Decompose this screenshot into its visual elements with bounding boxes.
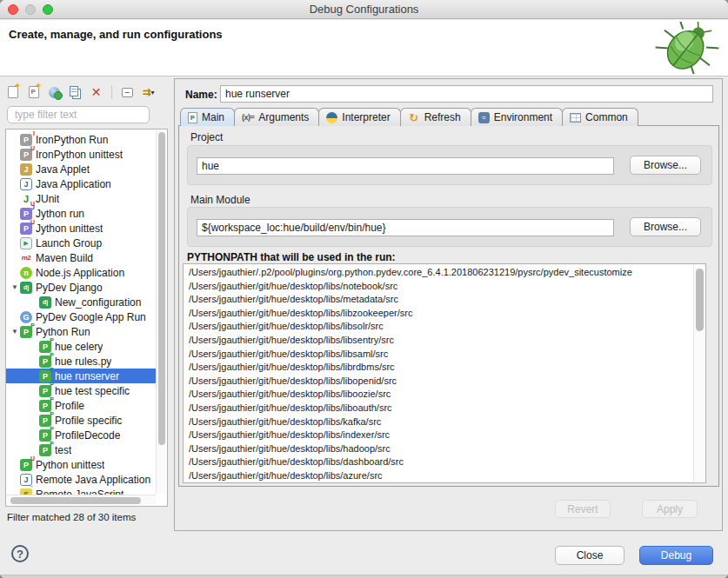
project-group-label: Project <box>190 131 223 143</box>
pythonpath-entry[interactable]: /Users/jgauthier/git/hue/desktop/libs/no… <box>184 280 692 294</box>
project-input[interactable] <box>197 157 614 175</box>
pythonpath-entry[interactable]: /Users/jgauthier/git/hue/desktop/libs/li… <box>184 375 692 389</box>
close-button[interactable]: Close <box>555 546 624 565</box>
tab-label: Environment <box>494 111 552 123</box>
new-prototype-icon[interactable] <box>26 85 41 100</box>
pythonpath-entry[interactable]: /Users/jgauthier/git/hue/desktop/libs/li… <box>184 334 692 348</box>
tree-item[interactable]: PyDev Google App Run <box>6 309 156 324</box>
tree-item[interactable]: Python unittest <box>6 457 156 472</box>
jython-unittest-icon <box>20 223 32 235</box>
junit-icon <box>20 193 32 205</box>
tree-item[interactable]: IronPython unittest <box>6 147 156 162</box>
pythonpath-vertical-scrollbar[interactable] <box>693 265 705 482</box>
tree-item[interactable]: hue celery <box>6 339 156 354</box>
tree-item-label: PyDev Google App Run <box>36 311 146 323</box>
pythonpath-entry[interactable]: /Users/jgauthier/git/hue/desktop/libs/az… <box>184 469 692 483</box>
configurations-tree[interactable]: IronPython RunIronPython unittestJava Ap… <box>5 129 168 507</box>
debug-configurations-dialog: Debug Configurations Create, manage, and… <box>0 0 728 578</box>
pythonpath-list[interactable]: /Users/jgauthier/.p2/pool/plugins/org.py… <box>183 263 706 483</box>
main-module-input[interactable] <box>197 219 614 236</box>
tab-interpreter[interactable]: Interpreter <box>318 108 400 126</box>
tree-item[interactable]: Remote Java Application <box>6 472 156 487</box>
tree-horizontal-scrollbar[interactable] <box>7 495 156 505</box>
pythonpath-entry[interactable]: /Users/jgauthier/git/hue/desktop/libs/li… <box>184 388 692 402</box>
pythonpath-entry[interactable]: /Users/jgauthier/git/hue/desktop/libs/ka… <box>184 415 692 429</box>
tree-item-label: Java Application <box>36 178 111 190</box>
pythonpath-entry[interactable]: /Users/jgauthier/.p2/pool/plugins/org.py… <box>184 266 692 280</box>
tree-vertical-scrollbar[interactable] <box>156 130 166 494</box>
window-title: Debug Configurations <box>0 3 728 16</box>
project-browse-button[interactable]: Browse... <box>630 156 701 175</box>
tree-item-label: IronPython Run <box>36 134 108 146</box>
pythonpath-entry[interactable]: /Users/jgauthier/git/hue/desktop/libs/in… <box>184 429 692 442</box>
tree-item[interactable]: Jython unittest <box>6 221 156 236</box>
tree-item[interactable]: Node.js Application <box>6 265 156 280</box>
tab-arguments[interactable]: (x)=Arguments <box>234 108 319 126</box>
debug-button[interactable]: Debug <box>639 546 713 565</box>
filter-input[interactable] <box>7 106 150 123</box>
tree-item[interactable]: ▼PyDev Django <box>6 280 156 295</box>
tree-item[interactable]: hue rules.py <box>6 354 156 369</box>
tree-item[interactable]: Launch Group <box>6 236 156 250</box>
pythonpath-entry[interactable]: /Users/jgauthier/git/hue/desktop/libs/me… <box>184 293 692 307</box>
export-configurations-icon[interactable] <box>47 85 62 100</box>
tree-horizontal-scrollbar-thumb[interactable] <box>10 497 141 504</box>
python-file-icon: P <box>188 112 197 123</box>
tree-item-label: Maven Build <box>36 252 93 264</box>
tree-vertical-scrollbar-thumb[interactable] <box>158 132 165 445</box>
apply-button[interactable]: Apply <box>642 500 698 518</box>
expander-icon[interactable]: ▼ <box>10 283 20 291</box>
expander-icon[interactable]: ▼ <box>10 328 20 336</box>
tree-item[interactable]: test <box>6 442 156 457</box>
tree-item[interactable]: ProfileDecode <box>6 428 156 442</box>
tree-item-label: Python unittest <box>36 459 104 471</box>
maven-build-icon <box>20 252 32 264</box>
pythonpath-vertical-scrollbar-thumb[interactable] <box>696 269 704 331</box>
tree-item-label: IronPython unittest <box>36 149 123 161</box>
pythonpath-entry[interactable]: /Users/jgauthier/git/hue/desktop/libs/li… <box>184 348 692 362</box>
python-run-icon <box>20 326 32 338</box>
tree-item[interactable]: New_configuration <box>6 295 156 309</box>
tab-main[interactable]: PMain <box>180 108 235 126</box>
tree-item[interactable]: Profile specific <box>6 413 156 428</box>
tree-item[interactable]: Jython run <box>6 206 156 221</box>
delete-configuration-icon[interactable]: ✕ <box>89 85 104 100</box>
python-run-icon <box>39 341 51 353</box>
tab-environment[interactable]: ≈Environment <box>471 108 563 126</box>
tab-refresh[interactable]: ↻Refresh <box>400 108 471 126</box>
tab-common[interactable]: Common <box>562 108 638 126</box>
revert-button[interactable]: Revert <box>555 500 611 518</box>
new-configuration-icon[interactable] <box>5 85 20 100</box>
pythonpath-entry[interactable]: /Users/jgauthier/git/hue/desktop/libs/li… <box>184 361 692 375</box>
pythonpath-entry[interactable]: /Users/jgauthier/git/hue/desktop/libs/li… <box>184 402 692 415</box>
tree-item-label: Node.js Application <box>36 267 124 279</box>
java-application-icon <box>20 178 32 190</box>
tree-item-label: Python Run <box>36 326 90 338</box>
tree-item[interactable]: IronPython Run <box>6 132 156 147</box>
tree-item[interactable]: Profile <box>6 398 156 413</box>
environment-icon: ≈ <box>478 112 490 123</box>
main-module-browse-button[interactable]: Browse... <box>630 217 701 236</box>
python-run-icon <box>39 415 51 427</box>
filter-configurations-icon[interactable]: ⇉▾ <box>141 85 156 100</box>
tree-item[interactable]: hue runserver <box>6 369 156 383</box>
pythonpath-entry[interactable]: /Users/jgauthier/git/hue/desktop/libs/li… <box>184 320 692 334</box>
duplicate-configuration-icon[interactable] <box>68 85 83 100</box>
name-input[interactable] <box>220 85 713 103</box>
pydev-django-icon <box>20 282 32 294</box>
titlebar[interactable]: Debug Configurations <box>0 0 728 19</box>
tree-item[interactable]: JUnit <box>6 191 156 206</box>
refresh-icon: ↻ <box>408 111 420 123</box>
tab-label: Common <box>585 111 628 123</box>
pythonpath-entry[interactable]: /Users/jgauthier/git/hue/desktop/libs/ha… <box>184 442 692 456</box>
tree-item[interactable]: Java Applet <box>6 162 156 176</box>
collapse-all-icon[interactable]: − <box>120 85 135 100</box>
tree-item-label: Jython run <box>36 208 84 220</box>
tree-item[interactable]: hue test specific <box>6 383 156 398</box>
tree-item[interactable]: ▼Python Run <box>6 324 156 339</box>
tree-item[interactable]: Maven Build <box>6 250 156 265</box>
pythonpath-entry[interactable]: /Users/jgauthier/git/hue/desktop/libs/li… <box>184 307 692 321</box>
tree-item[interactable]: Java Application <box>6 176 156 191</box>
pythonpath-entry[interactable]: /Users/jgauthier/git/hue/desktop/libs/da… <box>184 455 692 469</box>
help-button[interactable]: ? <box>11 545 29 562</box>
